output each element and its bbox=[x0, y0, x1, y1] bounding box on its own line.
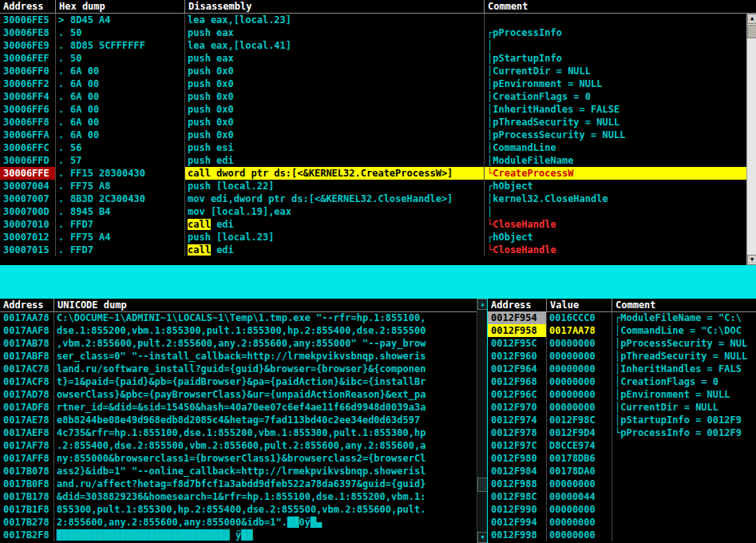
address-cell: 0017AA78 bbox=[0, 311, 54, 324]
dump-row[interactable]: 0017B0F8and.ru/affect?hetag=f8d7bfcf1a3a… bbox=[0, 478, 477, 490]
comment-cell: │pProcessSecurity = NUL bbox=[612, 337, 756, 350]
dump-row[interactable]: 0017AD78owserClass}&pbc={payBrowserClass… bbox=[0, 388, 477, 401]
scroll-down-icon[interactable]: ▼ bbox=[477, 532, 487, 543]
comment-cell: │ bbox=[485, 205, 746, 218]
stack-row[interactable]: 0012F98400178DA0 bbox=[488, 465, 756, 478]
scroll-up-icon[interactable]: ▲ bbox=[477, 299, 487, 310]
disasm-row[interactable]: 30007012.FF75 A4push [local.23]┌hObject bbox=[0, 231, 746, 244]
dump-row[interactable]: 0017AAF8dse.1:855200,vbm.1:855300,pult.1… bbox=[0, 324, 477, 337]
scrollbar-thumb[interactable] bbox=[747, 25, 756, 38]
dump-row[interactable]: 0017B2782:855600,any.2:855600,any:855000… bbox=[0, 516, 477, 529]
hexdump-cell: .50 bbox=[56, 26, 185, 39]
value-cell: D8CCE974 bbox=[547, 439, 612, 452]
comment-cell bbox=[612, 490, 756, 503]
stack-row[interactable]: 0012F97000000000│CurrentDir = NULL bbox=[488, 401, 756, 414]
disasm-row[interactable]: 30006FF6.6A 00push 0x0│InheritHandles = … bbox=[0, 103, 746, 116]
dump-row[interactable]: 0017AA78C:\DOCUME~1\ADMINI~1\LOCALS~1\Te… bbox=[0, 311, 477, 324]
unicode-dump-cell: 2:855600,any.2:855600,any:855000&idb=1".… bbox=[54, 516, 477, 529]
disasm-row[interactable]: 30006FF2.6A 00push 0x0│pEnvironment = NU… bbox=[0, 77, 746, 90]
column-header-address: Address bbox=[0, 0, 56, 13]
stack-row[interactable]: 0012F98000178DB6 bbox=[488, 452, 756, 465]
stack-row[interactable]: 0012F9740012F98C│pStartupInfo = 0012F9 bbox=[488, 414, 756, 426]
comment-cell: │ModuleFileName bbox=[485, 154, 746, 167]
dump-row[interactable]: 0017AF78.2:855400,dse.2:855500,vbm.2:855… bbox=[0, 439, 477, 452]
dump-row[interactable]: 0017AB78,vbm.2:855600,pult.2:855600,any.… bbox=[0, 337, 477, 350]
unicode-dump-cell: ny:855000&browserclass1={browserClass1}&… bbox=[54, 452, 477, 465]
comment-cell: │pStartupInfo bbox=[485, 52, 746, 65]
comment-cell: │pEnvironment = NULL bbox=[485, 77, 746, 90]
dump-row[interactable]: 0017B2F8██████████████████████████████ ÿ… bbox=[0, 529, 477, 541]
disasm-row[interactable]: 30006FFE.FF15 28300430call dword ptr ds:… bbox=[0, 167, 746, 180]
analysis-marker: . bbox=[58, 180, 70, 192]
stack-pane[interactable]: Address Value Comment 0012F9540016CCC0┌M… bbox=[488, 299, 756, 543]
address-cell: 0017AE78 bbox=[0, 414, 54, 426]
stack-row[interactable]: 0012F98C00000044 bbox=[488, 490, 756, 503]
instruction-cell: push 0x0 bbox=[185, 90, 485, 103]
dump-scrollbar[interactable]: ▲ ▼ bbox=[477, 299, 487, 543]
disasm-row[interactable]: 30007015.FFD7call edi└CloseHandle bbox=[0, 244, 746, 256]
instruction-cell: call edi bbox=[185, 244, 485, 256]
comment-cell: └CreateProcessW bbox=[485, 167, 746, 180]
dump-row[interactable]: 0017B078ass2}&idb=1" "--online_callback=… bbox=[0, 465, 477, 478]
stack-row[interactable]: 0012F95C00000000│pProcessSecurity = NUL bbox=[488, 337, 756, 350]
comment-cell: │kernel32.CloseHandle bbox=[485, 192, 746, 205]
disasm-row[interactable]: 30006FFC.56push esi│CommandLine bbox=[0, 141, 746, 154]
disasm-row[interactable]: 30006FE9.8D85 5CFFFFFFlea eax,[local.41]… bbox=[0, 39, 746, 52]
dump-row[interactable]: 0017ABF8ser_class=0" "--install_callback… bbox=[0, 350, 477, 363]
address-cell: 0017ABF8 bbox=[0, 350, 54, 363]
stack-row[interactable]: 0012F98800000000 bbox=[488, 478, 756, 490]
value-cell: 00000000 bbox=[547, 529, 612, 541]
scrollbar-thumb[interactable] bbox=[477, 478, 487, 492]
stack-row[interactable]: 0012F96400000000│InheritHandles = FALS bbox=[488, 363, 756, 375]
stack-row[interactable]: 0012F99400000000 bbox=[488, 516, 756, 529]
disasm-row[interactable]: 30007010.FFD7call edi└CloseHandle bbox=[0, 218, 746, 231]
address-cell: 30006FF8 bbox=[0, 116, 56, 129]
stack-row[interactable]: 0012F9580017AA78│CommandLine = "C:\DOC bbox=[488, 324, 756, 337]
dump-row[interactable]: 0017ADF8rtner_id=&did=&sid=15450&hash=40… bbox=[0, 401, 477, 414]
stack-row[interactable]: 0012F9780012F9D4└pProcessInfo = 0012F9 bbox=[488, 426, 756, 439]
call-mnemonic: call bbox=[188, 244, 211, 256]
stack-row[interactable]: 0012F99800000000 bbox=[488, 529, 756, 541]
disasm-row[interactable]: 30006FE5>8D45 A4lea eax,[local.23] bbox=[0, 14, 746, 26]
stack-row[interactable]: 0012F96C00000000│pEnvironment = NULL bbox=[488, 388, 756, 401]
stack-row[interactable]: 0012F96800000000│CreationFlags = 0 bbox=[488, 375, 756, 388]
dump-row[interactable]: 0017B1F8855300,pult.1:855300,hp.2:855400… bbox=[0, 503, 477, 516]
column-header-disassembly: Disassembly bbox=[185, 0, 485, 13]
stack-row[interactable]: 0012F97CD8CCE974 bbox=[488, 439, 756, 452]
dump-row[interactable]: 0017ACF8t}=1&paid={paid}&pb={paidBrowser… bbox=[0, 375, 477, 388]
dump-row[interactable]: 0017AC78land.ru/software_install?guid={g… bbox=[0, 363, 477, 375]
disasm-row[interactable]: 30006FF8.6A 00push 0x0│pThreadSecurity =… bbox=[0, 116, 746, 129]
dump-row[interactable]: 0017B178&did=3038829236&homesearch=1&rfr… bbox=[0, 490, 477, 503]
disasm-row[interactable]: 30007007.8B3D 2C300430mov edi,dword ptr … bbox=[0, 192, 746, 205]
address-cell: 30006FE9 bbox=[0, 39, 56, 52]
value-cell: 00000000 bbox=[547, 337, 612, 350]
disasm-row[interactable]: 30006FFA.6A 00push 0x0│pProcessSecurity … bbox=[0, 129, 746, 141]
dump-pane[interactable]: Address UNICODE dump 0017AA78C:\DOCUME~1… bbox=[0, 299, 487, 543]
disassembly-pane[interactable]: Address Hex dump Disassembly Comment 300… bbox=[0, 0, 756, 265]
value-cell: 00178DA0 bbox=[547, 465, 612, 478]
comment-cell bbox=[612, 439, 756, 452]
disasm-row[interactable]: 30006FEF.50push eax│pStartupInfo bbox=[0, 52, 746, 65]
dump-row[interactable]: 0017AFF8ny:855000&browserclass1={browser… bbox=[0, 452, 477, 465]
disassembly-scrollbar[interactable]: ▲ ▼ bbox=[746, 14, 756, 265]
unicode-dump-cell: and.ru/affect?hetag=f8d7bfcf1a3abdd9dfeb… bbox=[54, 478, 477, 490]
comment-cell: │CommandLine bbox=[485, 141, 746, 154]
address-cell: 0012F968 bbox=[488, 375, 547, 388]
scroll-down-icon[interactable]: ▼ bbox=[747, 255, 756, 265]
dump-row[interactable]: 0017AE78e8b8244be08e49d968edb8d2085c4&he… bbox=[0, 414, 477, 426]
disasm-row[interactable]: 30007004.FF75 A8push [local.22]┌hObject bbox=[0, 180, 746, 192]
disasm-row[interactable]: 30006FE8.50push eax┌pProcessInfo bbox=[0, 26, 746, 39]
comment-cell: │pProcessSecurity = NULL bbox=[485, 129, 746, 141]
address-cell: 30006FE5 bbox=[0, 14, 56, 26]
disasm-row[interactable]: 30006FF4.6A 00push 0x0│CreationFlags = 0 bbox=[0, 90, 746, 103]
stack-row[interactable]: 0012F99000000000 bbox=[488, 503, 756, 516]
disasm-row[interactable]: 30006FFD.57push edi│ModuleFileName bbox=[0, 154, 746, 167]
stack-row[interactable]: 0012F9540016CCC0┌ModuleFileName = "C:\ bbox=[488, 311, 756, 324]
dump-row[interactable]: 0017AEF84c735&rfr=hp.1:855100,dse.1:8552… bbox=[0, 426, 477, 439]
disasm-row[interactable]: 3000700D.8945 B4mov [local.19],eax│ bbox=[0, 205, 746, 218]
scroll-up-icon[interactable]: ▲ bbox=[747, 14, 756, 24]
comment-cell: └CloseHandle bbox=[485, 244, 746, 256]
disasm-row[interactable]: 30006FF0.6A 00push 0x0│CurrentDir = NULL bbox=[0, 65, 746, 77]
comment-cell: │CommandLine = "C:\DOC bbox=[612, 324, 756, 337]
stack-row[interactable]: 0012F96000000000│pThreadSecurity = NULL bbox=[488, 350, 756, 363]
